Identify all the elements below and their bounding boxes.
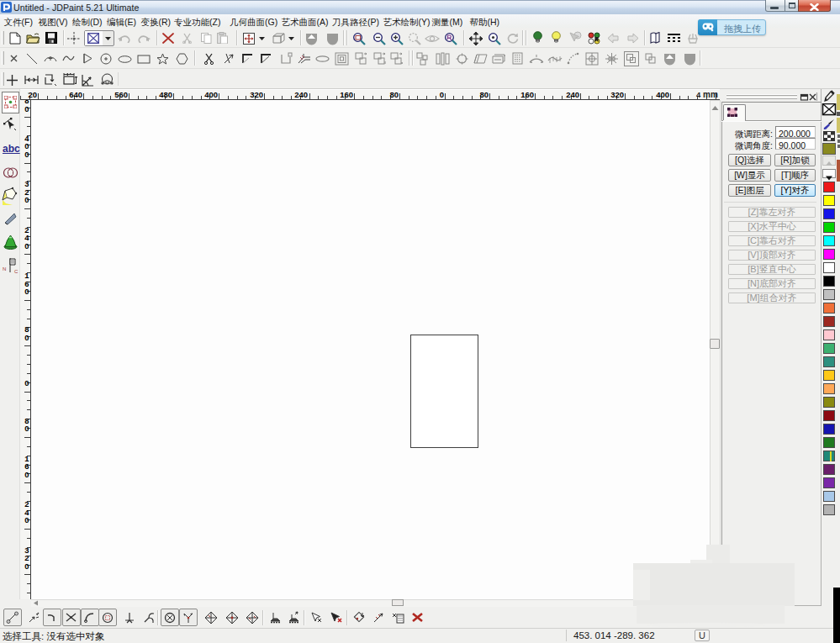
svg-text:160: 160 <box>520 90 534 99</box>
svg-text:0: 0 <box>24 287 29 296</box>
svg-text:320: 320 <box>250 90 263 99</box>
svg-text:0: 0 <box>24 561 29 571</box>
svg-text:N: N <box>3 266 6 271</box>
svg-text:320: 320 <box>610 90 624 99</box>
svg-text:240: 240 <box>294 90 308 99</box>
svg-text:480: 480 <box>159 90 172 99</box>
svg-text:560: 560 <box>114 90 128 99</box>
svg-text:C: C <box>14 269 18 274</box>
svg-text:400: 400 <box>204 90 218 99</box>
svg-text:0: 0 <box>24 470 29 479</box>
svg-text:0: 0 <box>24 424 29 433</box>
svg-text:0: 0 <box>24 378 29 387</box>
svg-text:80: 80 <box>479 90 489 99</box>
svg-text:0: 0 <box>24 241 29 250</box>
svg-text:720: 720 <box>24 90 37 99</box>
svg-text:0: 0 <box>24 104 29 113</box>
svg-text:400: 400 <box>656 90 669 99</box>
svg-text:160: 160 <box>340 90 353 99</box>
svg-text:80: 80 <box>389 90 399 99</box>
svg-text:0: 0 <box>24 333 29 342</box>
svg-text:0: 0 <box>440 90 444 99</box>
svg-text:0: 0 <box>24 515 29 524</box>
svg-text:240: 240 <box>566 90 579 99</box>
svg-text:0: 0 <box>24 150 29 159</box>
svg-text:640: 640 <box>69 90 82 99</box>
svg-text:0: 0 <box>24 195 29 204</box>
